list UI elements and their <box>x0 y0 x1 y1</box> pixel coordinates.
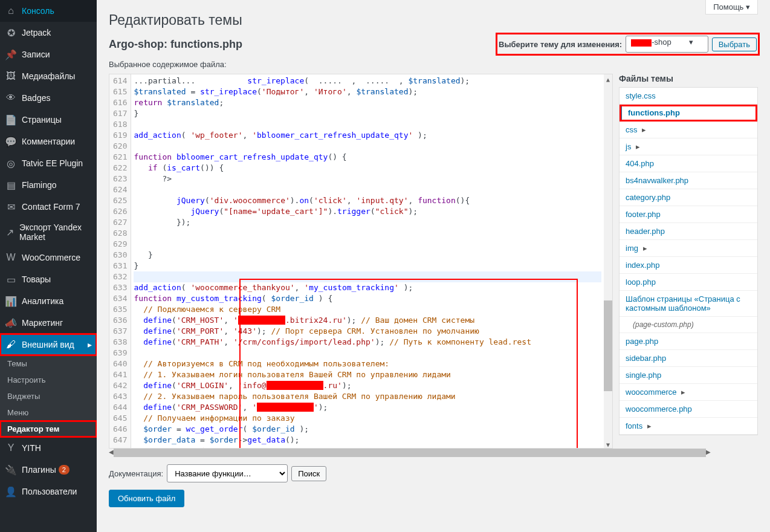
sidebar-item-label: YITH <box>22 443 41 453</box>
file-item[interactable]: page.php <box>620 333 757 350</box>
sidebar-item-label: Tatvic EE Plugin <box>22 158 83 168</box>
file-item[interactable]: 404.php <box>620 155 757 172</box>
file-item[interactable]: style.css <box>620 88 757 105</box>
sidebar-item-плагины[interactable]: 🔌Плагины2 <box>0 459 97 481</box>
sidebar-item-jetpack[interactable]: ✪Jetpack <box>0 22 97 44</box>
menu-icon: Y <box>5 442 17 454</box>
file-item[interactable]: css ▸ <box>620 122 757 138</box>
sidebar-item-аналитика[interactable]: 📊Аналитика <box>0 290 97 312</box>
scroll-down-icon[interactable]: ▼ <box>604 440 612 448</box>
file-item[interactable]: woocommerce.php <box>620 401 757 418</box>
file-item[interactable]: category.php <box>620 189 757 206</box>
sidebar-sub-редактор-тем[interactable]: Редактор тем <box>0 421 97 437</box>
sidebar-item-страницы[interactable]: 📄Страницы <box>0 109 97 131</box>
file-item[interactable]: woocommerce ▸ <box>620 384 757 401</box>
code-content[interactable]: ...partial... str_ireplace( ..... , ....… <box>131 74 604 448</box>
code-editor[interactable]: 6146156166176186196206216226236246256266… <box>109 74 613 449</box>
sidebar-item-записи[interactable]: 📌Записи <box>0 44 97 65</box>
menu-icon: ⌂ <box>5 5 17 17</box>
sidebar-item-label: Пользователи <box>22 487 77 496</box>
menu-icon: ◎ <box>5 157 17 169</box>
sidebar-sub-настроить[interactable]: Настроить <box>0 372 97 388</box>
file-description: Выбранное содержимое файла: <box>109 60 758 69</box>
scrollbar-thumb[interactable] <box>604 300 612 391</box>
sidebar-item-label: Консоль <box>22 6 54 16</box>
menu-icon: ✉ <box>5 201 17 213</box>
chevron-right-icon: ▸ <box>641 244 647 253</box>
sidebar-item-contact-form-7[interactable]: ✉Contact Form 7 <box>0 196 97 218</box>
file-item[interactable]: footer.php <box>620 206 757 223</box>
sidebar-item-комментарии[interactable]: 💬Комментарии <box>0 131 97 152</box>
sidebar-item-yith[interactable]: YYITH <box>0 437 97 459</box>
sidebar-item-label: Маркетинг <box>22 318 63 328</box>
menu-icon: W <box>5 251 17 264</box>
sidebar-item-товары[interactable]: ▭Товары <box>0 268 97 290</box>
sidebar-sub-меню[interactable]: Меню <box>0 404 97 421</box>
menu-icon: ▤ <box>5 179 17 191</box>
line-gutter: 6146156166176186196206216226236246256266… <box>109 74 131 448</box>
page-title: Редактировать темы <box>109 12 758 28</box>
sidebar-item-flamingo[interactable]: ▤Flamingo <box>0 174 97 196</box>
badge-count: 2 <box>59 465 70 475</box>
menu-icon: 💬 <box>5 135 17 148</box>
sidebar-item-label: Contact Form 7 <box>22 202 80 212</box>
sidebar-item-label: Товары <box>22 274 51 284</box>
sidebar-item-label: Комментарии <box>22 137 75 146</box>
sidebar-item-label: Badges <box>22 93 50 103</box>
editor-scrollbar-v[interactable]: ▲ ▼ <box>604 74 612 448</box>
sidebar-item-badges[interactable]: 👁Badges <box>0 87 97 109</box>
sidebar-sub-виджеты[interactable]: Виджеты <box>0 388 97 404</box>
sidebar-item-пользователи[interactable]: 👤Пользователи <box>0 481 97 502</box>
sidebar-item-label: Flamingo <box>22 180 57 190</box>
file-item[interactable]: index.php <box>620 257 757 274</box>
theme-select-dropdown[interactable]: -shop ▾ <box>626 36 708 53</box>
doc-search-button[interactable]: Поиск <box>291 466 326 481</box>
menu-icon: 📣 <box>5 317 17 329</box>
menu-icon: 🖼 <box>5 70 17 82</box>
sidebar-item-консоль[interactable]: ⌂Консоль <box>0 0 97 22</box>
sidebar-item-label: Аналитика <box>22 296 63 306</box>
sidebar-item-внешний-вид[interactable]: 🖌Внешний вид▸ <box>0 334 97 355</box>
doc-function-select[interactable]: Название функции… <box>167 464 288 482</box>
menu-icon: 📌 <box>5 48 17 60</box>
select-theme-button[interactable]: Выбрать <box>712 37 757 51</box>
file-item[interactable]: bs4navwalker.php <box>620 172 757 189</box>
menu-icon: 🖌 <box>5 339 17 351</box>
chevron-right-icon: ▸ <box>640 125 647 134</box>
file-item[interactable]: single.php <box>620 367 757 384</box>
file-item[interactable]: js ▸ <box>620 138 757 155</box>
file-item[interactable]: Шаблон страницы «Страница с кастомным ша… <box>620 291 757 317</box>
file-item[interactable]: sidebar.php <box>620 350 757 367</box>
sidebar-item-woocommerce[interactable]: WWooCommerce <box>0 247 97 268</box>
sidebar-item-label: Медиафайлы <box>22 71 75 81</box>
sidebar-item-label: Jetpack <box>22 28 51 37</box>
sidebar-sub-темы[interactable]: Темы <box>0 355 97 372</box>
chevron-right-icon: ▸ <box>88 340 92 349</box>
file-item[interactable]: img ▸ <box>620 240 757 257</box>
sidebar-item-экспорт-yandex-market[interactable]: ↗Экспорт Yandex Market <box>0 218 97 247</box>
chevron-right-icon: ▸ <box>633 142 640 151</box>
sidebar-item-label: WooCommerce <box>22 253 80 262</box>
scroll-left-icon[interactable]: ◀ <box>109 449 114 457</box>
sidebar-item-маркетинг[interactable]: 📣Маркетинг <box>0 312 97 334</box>
chevron-right-icon: ▸ <box>645 421 652 430</box>
menu-icon: ↗ <box>5 226 15 238</box>
theme-selector: Выберите тему для изменения: -shop ▾ Выб… <box>497 34 758 54</box>
theme-files-list: style.cssfunctions.phpcss ▸js ▸404.phpbs… <box>619 87 758 435</box>
menu-icon: ▭ <box>5 273 17 285</box>
sidebar-item-tatvic-ee-plugin[interactable]: ◎Tatvic EE Plugin <box>0 152 97 174</box>
file-item[interactable]: header.php <box>620 223 757 240</box>
help-tab[interactable]: Помощь ▾ <box>705 0 758 15</box>
update-file-button[interactable]: Обновить файл <box>109 490 184 507</box>
sidebar-item-label: Внешний вид <box>22 340 74 349</box>
scrollbar-thumb-h[interactable] <box>114 449 706 457</box>
file-item[interactable]: loop.php <box>620 274 757 291</box>
menu-icon: 👁 <box>5 92 17 104</box>
editor-scrollbar-h[interactable]: ◀ ▶ <box>109 449 613 457</box>
file-item[interactable]: fonts ▸ <box>620 418 757 435</box>
sidebar-item-медиафайлы[interactable]: 🖼Медиафайлы <box>0 65 97 87</box>
scroll-up-icon[interactable]: ▲ <box>604 74 612 83</box>
sidebar-item-label: Плагины <box>22 465 56 475</box>
sidebar-item-label: Экспорт Yandex Market <box>19 222 92 242</box>
file-item[interactable]: functions.php <box>620 105 757 122</box>
